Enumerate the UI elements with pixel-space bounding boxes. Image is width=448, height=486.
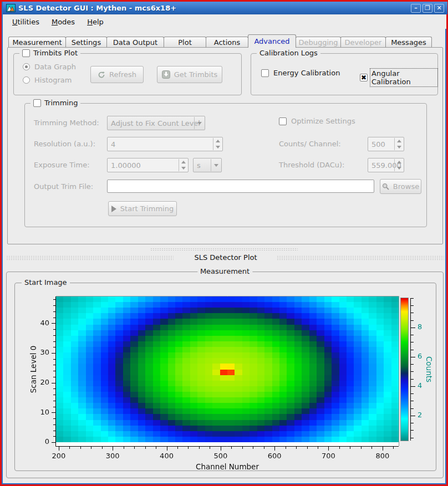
trimbits-plot-checkbox[interactable] [22,49,30,57]
trimming-title: Trimming [44,99,78,107]
title-bar[interactable]: SLS Detector GUI : Mythen - mcs6x18+ – ❐… [3,2,447,14]
menu-bar: Utilities Modes Help [3,14,446,29]
tab-messages[interactable]: Messages [385,37,432,48]
histogram-radio[interactable] [23,76,30,84]
data-graph-label: Data Graph [34,63,76,71]
spin-up-icon[interactable] [397,140,401,142]
magnifier-icon [382,183,389,190]
application-window: SLS Detector GUI : Mythen - mcs6x18+ – ❐… [0,0,448,486]
spin-down-icon[interactable] [397,167,401,170]
plot-dock-title: SLS Detector Plot [2,253,448,262]
spin-up-icon[interactable] [397,161,401,163]
trimming-group: Trimming Trimming Method: Adjust to Fix … [24,103,427,227]
data-graph-radio[interactable] [23,63,30,70]
splitter-handle[interactable] [150,248,298,251]
menu-utilities[interactable]: Utilities [7,16,44,28]
tab-measurement[interactable]: Measurement [8,37,66,48]
detector-heatmap-canvas[interactable] [22,290,435,473]
start-trimming-button[interactable]: Start Trimming [108,201,177,216]
threshold-spinbox[interactable]: 559.000 [368,158,404,172]
trimming-method-label: Trimming Method: [34,119,99,127]
close-button[interactable]: ✕ [434,4,444,13]
measurement-title: Measurement [200,267,250,275]
spin-down-icon[interactable] [397,146,401,149]
calibration-logs-title: Calibration Logs [259,49,318,57]
window-title: SLS Detector GUI : Mythen - mcs6x18+ [18,4,411,12]
trimming-checkbox[interactable] [33,99,41,107]
exposure-time-label: Exposure Time: [34,161,90,169]
download-icon [162,70,170,79]
get-trimbits-button[interactable]: Get Trimbits [157,66,222,83]
optimize-settings-label: Optimize Settings [291,117,355,125]
angular-calibration-label: Angular Calibration [370,69,437,86]
maximize-button[interactable]: ❐ [422,4,432,13]
refresh-icon [98,71,105,79]
tab-actions[interactable]: Actions [206,37,248,48]
counts-channel-spinbox[interactable]: 500 [368,137,404,151]
angular-calibration-checkbox[interactable]: ✖ [360,74,368,81]
histogram-label: Histogram [34,76,72,84]
spin-down-icon[interactable] [181,167,186,170]
trimbits-plot-group: Trimbits Plot Data Graph Histogram Refre… [13,53,242,95]
tab-bar: Measurement Settings Data Output Plot Ac… [8,34,443,48]
advanced-tab-page: Trimbits Plot Data Graph Histogram Refre… [7,47,443,244]
counts-channel-label: Counts/ Channel: [279,140,341,148]
threshold-label: Threshold (DACu): [279,161,345,169]
refresh-button[interactable]: Refresh [90,66,144,83]
tab-developer: Developer [340,37,386,48]
maximize-icon: ❐ [425,5,430,11]
output-trim-file-input[interactable] [107,180,374,193]
browse-button[interactable]: Browse [380,179,421,194]
menu-modes[interactable]: Modes [47,16,80,28]
tab-settings[interactable]: Settings [65,37,107,48]
exposure-unit-combo[interactable]: s [193,158,222,172]
start-image-title: Start Image [24,278,67,287]
output-trim-file-label: Output Trim File: [34,182,93,191]
app-icon [6,4,16,12]
resolution-spinbox[interactable]: 4 [107,137,223,151]
minimize-button[interactable]: – [411,4,421,13]
spin-up-icon[interactable] [216,140,220,142]
spin-down-icon[interactable] [216,146,220,149]
calibration-logs-group: Calibration Logs Energy Calibration ✖ An… [251,53,438,95]
energy-calibration-checkbox[interactable] [261,69,269,77]
exposure-time-spinbox[interactable]: 1.00000 [107,158,189,172]
tab-data-output[interactable]: Data Output [106,37,164,48]
tab-advanced[interactable]: Advanced [248,34,296,48]
dropdown-arrow-icon [211,159,221,171]
minimize-icon: – [414,5,418,11]
spin-up-icon[interactable] [181,161,186,163]
menu-help[interactable]: Help [82,16,109,28]
trimming-method-combo[interactable]: Adjust to Fix Count Level [107,116,205,130]
tab-debugging: Debugging [296,37,341,48]
tab-plot[interactable]: Plot [164,37,206,48]
close-icon: ✕ [436,5,441,11]
dropdown-arrow-icon [194,117,204,129]
play-icon [111,206,116,212]
trimbits-plot-title: Trimbits Plot [33,49,78,57]
optimize-settings-checkbox[interactable] [279,117,287,125]
start-image-group: Start Image [14,283,436,471]
resolution-label: Resolution (a.u.): [34,140,95,148]
energy-calibration-label: Energy Calibration [273,69,340,77]
measurement-group: Measurement Start Image [6,272,444,478]
